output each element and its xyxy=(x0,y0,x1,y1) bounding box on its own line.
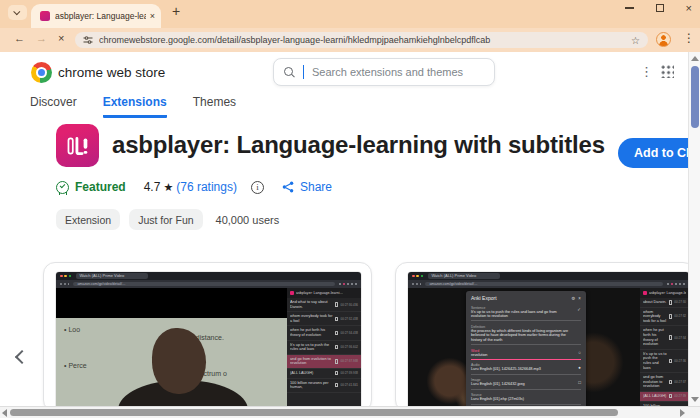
text-caret xyxy=(303,65,304,79)
copy-icon xyxy=(335,302,339,307)
vertical-scroll-thumb[interactable] xyxy=(691,66,699,128)
copy-icon xyxy=(669,380,673,385)
tab-search-button[interactable] xyxy=(8,5,27,20)
browser-menu-icon[interactable]: ⋮ xyxy=(683,31,695,45)
forward-button[interactable]: → xyxy=(36,32,47,44)
search-input[interactable] xyxy=(312,66,484,78)
profile-avatar[interactable] xyxy=(656,32,671,47)
tab-strip: asbplayer: Language-learning w × + × xyxy=(0,0,700,28)
subtitle-row: whom everybody took for a fool00:27:32 xyxy=(640,308,689,327)
copy-icon xyxy=(669,335,673,340)
store-nav: Discover Extensions Themes xyxy=(30,95,236,118)
copy-icon xyxy=(669,314,673,319)
mac-window-dots xyxy=(412,275,423,278)
tab-extensions[interactable]: Extensions xyxy=(103,95,167,118)
copy-icon xyxy=(335,359,339,364)
store-title[interactable]: chrome web store xyxy=(58,65,165,80)
subtitle-row: It's up to us to push the rules and laws… xyxy=(640,350,689,373)
subtitle-row: when he put forth his theory of evolutio… xyxy=(640,326,689,349)
back-button[interactable]: ← xyxy=(14,32,25,44)
meta-row: Featured 4.7 ★ (76 ratings) i Share xyxy=(56,180,332,194)
mini-url: amazon.com/gp/video/detail/… xyxy=(425,282,663,287)
speaker-head xyxy=(152,328,206,394)
star-icon: ★ xyxy=(163,181,173,194)
subtitle-list: about Darwin.00:27:30 whom everybody too… xyxy=(640,298,689,412)
tab-themes[interactable]: Themes xyxy=(193,95,236,118)
chrome-web-store-logo[interactable] xyxy=(31,62,52,83)
subtitle-row: (ALL LAUGH)00:27:39.938 xyxy=(287,369,361,379)
share-icon[interactable] xyxy=(282,181,294,193)
subtitle-row: (ALL LAUGH)00:27:39 xyxy=(640,392,689,402)
anki-export-dialog: Anki Export ⚙ × Sentence It's up to us t… xyxy=(466,291,586,412)
ratings-count-link[interactable]: (76 ratings) xyxy=(176,180,237,194)
featured-badge-icon xyxy=(56,181,69,194)
copy-icon xyxy=(669,300,673,305)
audience-scene: Anki Export ⚙ × Sentence It's up to us t… xyxy=(408,288,640,412)
subtitle-row: and go from evolution to revolution00:27… xyxy=(640,373,689,392)
maximize-button[interactable] xyxy=(656,4,664,12)
copy-icon xyxy=(335,345,339,350)
scroll-right-arrow[interactable] xyxy=(680,409,685,417)
subtitle-row: and go from evolution to revolution00:27… xyxy=(287,355,361,369)
horizontal-scrollbar[interactable] xyxy=(0,406,700,418)
browser-toolbar: ← → × chromewebstore.google.com/detail/a… xyxy=(0,28,700,52)
chip-just-for-fun[interactable]: Just for Fun xyxy=(129,209,202,230)
mini-tab: Watch (ALL) Prime Video xyxy=(76,273,148,279)
screenshot-card-2[interactable]: Watch (ALL) Prime Video amazon.com/gp/vi… xyxy=(395,262,695,412)
mini-tab: Watch (ALL) Prime Video xyxy=(428,273,500,279)
users-count: 40,000 users xyxy=(216,214,280,226)
horizontal-scroll-thumb[interactable] xyxy=(10,409,618,416)
tab-close-icon[interactable]: × xyxy=(150,11,155,21)
chips-row: Extension Just for Fun 40,000 users xyxy=(56,209,279,230)
store-search[interactable] xyxy=(273,58,495,86)
anki-field: Audio Luru English [01], 1426425-1626648… xyxy=(471,362,581,375)
page-title: asbplayer: Language-learning with subtit… xyxy=(112,131,605,159)
url-text: chromewebstore.google.com/detail/asbplay… xyxy=(99,35,625,45)
search-icon xyxy=(284,67,295,78)
window-controls: × xyxy=(625,4,692,12)
minimize-button[interactable] xyxy=(625,7,634,9)
info-icon[interactable]: i xyxy=(251,181,264,194)
url-bar[interactable]: chromewebstore.google.com/detail/asbplay… xyxy=(75,32,648,48)
chevron-down-icon xyxy=(13,8,20,15)
subtitle-row: when he put forth his theory of evolutio… xyxy=(287,326,361,340)
copy-icon xyxy=(335,331,339,336)
scroll-up-arrow[interactable] xyxy=(691,56,699,61)
extension-icon xyxy=(56,124,99,167)
close-window-button[interactable]: × xyxy=(686,4,692,12)
anki-field: Image Luru English [01], 1426432.jpeg □ xyxy=(471,377,581,390)
anki-field: Source Luru English [01].ehp (27m03s) xyxy=(471,392,581,405)
mini-screenshot-1: Watch (ALL) Prime Video amazon.com/gp/vi… xyxy=(56,272,361,412)
close-icon: × xyxy=(578,296,581,301)
carousel-prev-icon[interactable] xyxy=(15,350,29,364)
letterbox-bar xyxy=(56,288,287,318)
anki-field: Sentence It's up to us to push the rules… xyxy=(471,304,581,321)
share-label[interactable]: Share xyxy=(300,180,332,194)
video-frame: • Loo rom a distance. • Perce roader spe… xyxy=(56,288,287,412)
asbplayer-sidebar: asbplayer: Language-learni… And what to … xyxy=(287,288,361,412)
subtitle-row: about Darwin.00:27:30 xyxy=(640,298,689,308)
browser-tab[interactable]: asbplayer: Language-learning w × xyxy=(31,4,161,28)
chip-extension[interactable]: Extension xyxy=(56,209,120,230)
screenshot-card-1[interactable]: Watch (ALL) Prime Video amazon.com/gp/vi… xyxy=(43,262,372,412)
store-menu-icon[interactable]: ⋮ xyxy=(640,64,653,79)
tune-icon xyxy=(83,35,93,45)
vertical-scrollbar[interactable] xyxy=(688,52,700,406)
subtitle-row: And what to say about Darwin.00:27:30.43… xyxy=(287,298,361,312)
asbplayer-mini-icon xyxy=(643,291,647,295)
tab-discover[interactable]: Discover xyxy=(30,95,77,118)
stop-button[interactable]: × xyxy=(58,32,64,44)
scroll-down-arrow[interactable] xyxy=(691,397,699,402)
new-tab-button[interactable]: + xyxy=(172,3,180,19)
subtitle-row: 100 billion neurons per human,00:27:41.8… xyxy=(287,379,361,393)
asbplayer-sidebar: asbplayer: Language-learni… about Darwin… xyxy=(640,288,689,412)
tab-title: asbplayer: Language-learning w xyxy=(55,11,146,21)
apps-grid-icon[interactable] xyxy=(660,64,674,78)
copy-icon xyxy=(669,394,673,399)
copy-icon xyxy=(335,371,339,376)
scroll-left-arrow[interactable] xyxy=(2,409,7,417)
browser-window: asbplayer: Language-learning w × + × ← →… xyxy=(0,0,700,418)
bookmark-star-icon[interactable]: ☆ xyxy=(631,35,640,46)
anki-fields: Sentence It's up to us to push the rules… xyxy=(471,304,581,405)
asbplayer-logo-glyph xyxy=(65,133,91,159)
